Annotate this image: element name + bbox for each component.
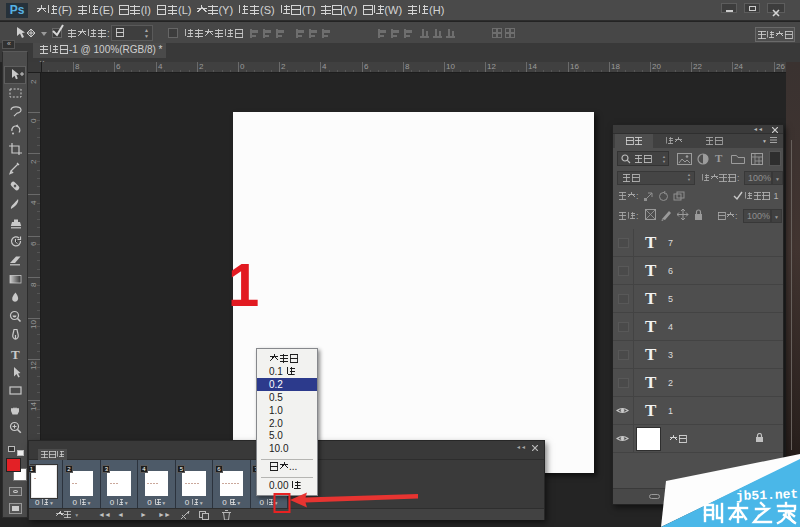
svg-text:jb51.net: jb51.net bbox=[736, 487, 799, 504]
